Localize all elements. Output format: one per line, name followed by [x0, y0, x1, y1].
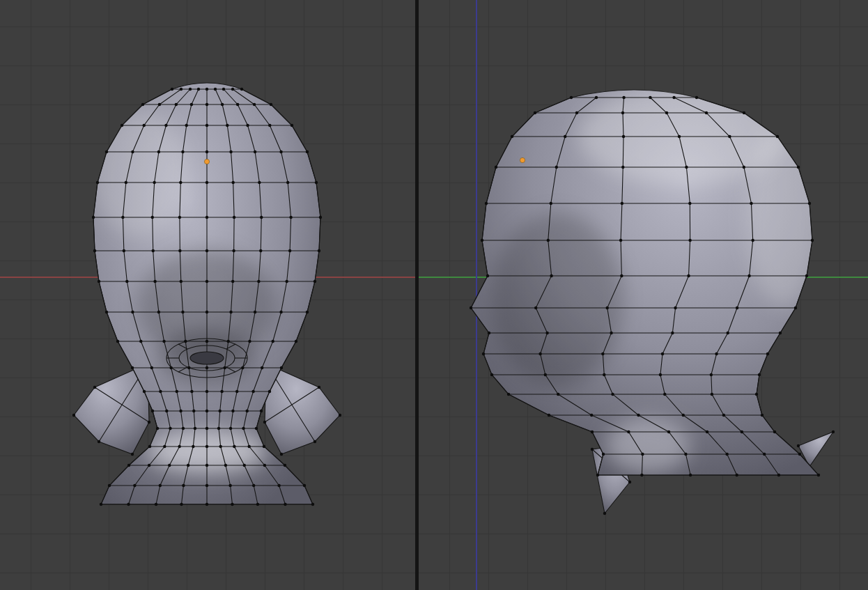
- head-mesh-side[interactable]: [470, 87, 835, 515]
- selected-vertex[interactable]: [520, 157, 525, 162]
- selected-vertex[interactable]: [204, 159, 209, 164]
- head-mesh-front[interactable]: [72, 83, 341, 506]
- scene-overlay: [0, 0, 868, 590]
